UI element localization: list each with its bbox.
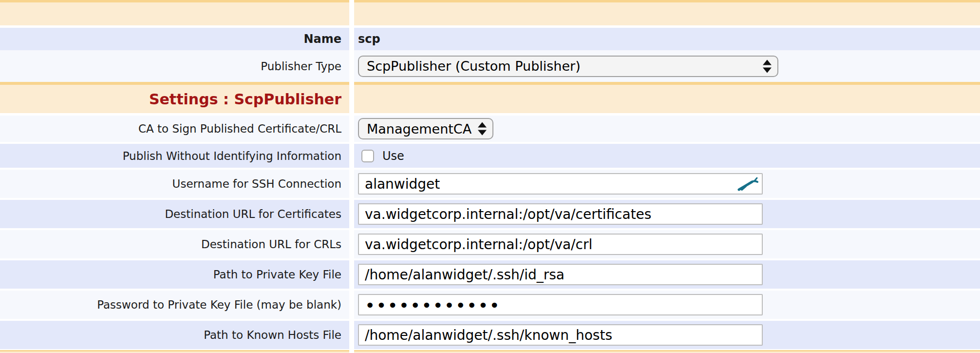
crl-destination-label: Destination URL for CRLs: [0, 230, 349, 258]
table-header-band-left: [0, 0, 349, 25]
arrow-down-icon: [763, 67, 772, 73]
ca-sign-row: CA to Sign Published Certificate/CRL Man…: [0, 116, 980, 142]
select-spinner-icon: [478, 122, 487, 136]
settings-section-band-right: [354, 82, 980, 113]
arrow-down-icon: [478, 130, 487, 136]
publisher-name-value: scp: [354, 28, 980, 50]
table-header-band: [0, 0, 980, 25]
anonymize-label: Publish Without Identifying Information: [0, 144, 349, 168]
ssh-username-input[interactable]: [358, 173, 763, 195]
settings-section-heading: Settings : ScpPublisher: [0, 82, 349, 113]
table-footer-band-left: [0, 350, 349, 353]
known-hosts-path-input[interactable]: [358, 324, 763, 346]
publisher-edit-table: Name scp Publisher Type ScpPublisher (Cu…: [0, 0, 980, 353]
table-footer-band-right: [354, 350, 980, 353]
select-spinner-icon: [763, 59, 772, 73]
crl-destination-input[interactable]: [358, 234, 763, 255]
ssh-username-row: Username for SSH Connection: [0, 170, 980, 198]
anonymize-row: Publish Without Identifying Information …: [0, 144, 980, 168]
ca-sign-selected-option: ManagementCA: [367, 121, 471, 137]
arrow-up-icon: [763, 59, 772, 65]
private-key-path-label: Path to Private Key File: [0, 260, 349, 289]
known-hosts-path-label: Path to Known Hosts File: [0, 321, 349, 349]
publisher-type-label: Publisher Type: [0, 50, 349, 82]
private-key-path-row: Path to Private Key File: [0, 260, 980, 289]
publisher-type-selected-option: ScpPublisher (Custom Publisher): [367, 59, 581, 74]
arrow-up-icon: [478, 122, 487, 128]
ca-sign-label: CA to Sign Published Certificate/CRL: [0, 116, 349, 142]
cert-destination-row: Destination URL for Certificates: [0, 200, 980, 228]
publisher-type-row: Publisher Type ScpPublisher (Custom Publ…: [0, 50, 980, 82]
private-key-password-input[interactable]: [358, 294, 763, 315]
name-label: Name: [0, 28, 349, 50]
cert-destination-input[interactable]: [358, 203, 763, 225]
table-footer-band: [0, 350, 980, 353]
cert-destination-label: Destination URL for Certificates: [0, 200, 349, 228]
private-key-path-input[interactable]: [358, 264, 763, 285]
publisher-type-select[interactable]: ScpPublisher (Custom Publisher): [358, 56, 778, 77]
crl-destination-row: Destination URL for CRLs: [0, 230, 980, 258]
private-key-password-row: Password to Private Key File (may be bla…: [0, 291, 980, 319]
private-key-password-label: Password to Private Key File (may be bla…: [0, 291, 349, 319]
name-row: Name scp: [0, 28, 980, 50]
dashlane-autofill-icon[interactable]: [737, 176, 759, 192]
use-checkbox-label: Use: [382, 149, 404, 163]
settings-section-band: Settings : ScpPublisher: [0, 82, 980, 113]
ssh-username-label: Username for SSH Connection: [0, 170, 349, 198]
table-header-band-right: [354, 0, 980, 25]
use-checkbox[interactable]: [361, 150, 374, 162]
known-hosts-path-row: Path to Known Hosts File: [0, 321, 980, 349]
ca-sign-select[interactable]: ManagementCA: [358, 118, 493, 139]
